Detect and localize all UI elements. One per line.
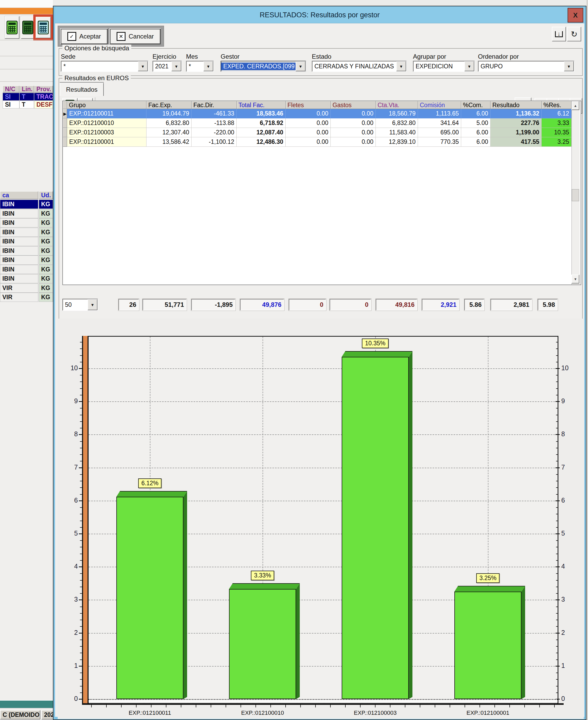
column-header-4[interactable]: Fletes <box>286 101 331 109</box>
grid-cell[interactable]: 1,113.65 <box>418 109 461 119</box>
list-item[interactable]: IBIN <box>0 237 38 246</box>
grid-cell[interactable]: 0.00 <box>286 119 331 128</box>
list-item[interactable]: IBIN <box>0 246 38 255</box>
grid-cell[interactable]: 12,486.30 <box>237 137 286 147</box>
list-item[interactable]: IBIN <box>0 274 38 283</box>
chevron-down-icon[interactable]: ▼ <box>464 61 474 71</box>
grid-cell[interactable]: 18,560.79 <box>376 109 418 119</box>
column-header[interactable]: Prov. <box>34 86 53 92</box>
column-header-1[interactable]: Fac.Exp. <box>146 101 192 109</box>
grid-cell[interactable]: 6.00 <box>461 137 490 147</box>
grid-cell[interactable]: -220.00 <box>192 128 237 137</box>
grid-cell[interactable]: 1,136.32 <box>490 109 542 119</box>
scroll-down-button[interactable]: ▼ <box>571 275 579 283</box>
grid-cell[interactable]: 6.12 <box>542 109 571 119</box>
grid-cell[interactable]: 227.76 <box>490 119 542 128</box>
column-header-10[interactable]: %Res. <box>542 101 571 109</box>
column-header-3[interactable]: Total Fac. <box>237 101 286 109</box>
grid-cell[interactable]: EXP.:012100010 <box>67 119 146 128</box>
list-item[interactable]: IBIN <box>0 200 38 209</box>
row-header[interactable] <box>63 119 67 128</box>
column-header[interactable]: Ud. <box>39 191 53 199</box>
table-cell[interactable]: TRAC <box>34 93 53 101</box>
list-item-unit[interactable]: KG <box>39 218 53 228</box>
grid-cell[interactable]: -461.33 <box>192 109 237 119</box>
column-header-6[interactable]: Cta.Vta. <box>376 101 418 109</box>
chevron-down-icon[interactable]: ▼ <box>203 61 213 71</box>
grid-cell[interactable]: 1,199.00 <box>490 128 542 137</box>
list-item-unit[interactable]: KG <box>39 237 53 246</box>
chevron-down-icon[interactable]: ▼ <box>296 61 306 71</box>
grid-cell[interactable]: EXP.:012100001 <box>67 137 146 147</box>
grid-cell[interactable]: 0.00 <box>286 137 331 147</box>
calculator-button-2[interactable] <box>21 16 35 39</box>
table-cell[interactable]: SI <box>3 93 19 101</box>
grid-cell[interactable]: 6.00 <box>461 128 490 137</box>
column-header-5[interactable]: Gastos <box>331 101 376 109</box>
grid-cell[interactable]: 0.00 <box>286 109 331 119</box>
grid-cell[interactable]: 11,583.40 <box>376 128 418 137</box>
table-cell[interactable]: SI <box>3 101 19 108</box>
close-button[interactable]: X <box>568 8 583 23</box>
grid-cell[interactable]: 0.00 <box>331 109 376 119</box>
table-cell[interactable]: DESF <box>34 101 53 108</box>
list-item-unit[interactable]: KG <box>39 200 53 209</box>
chevron-down-icon[interactable]: ▼ <box>564 61 574 71</box>
chevron-down-icon[interactable]: ▼ <box>171 61 181 71</box>
cancel-button[interactable]: ✕ Cancelar <box>109 28 161 45</box>
column-header[interactable]: Lin. <box>19 86 34 92</box>
list-item[interactable]: IBIN <box>0 255 38 264</box>
combo-sede[interactable]: *▼ <box>61 61 148 72</box>
chevron-down-icon[interactable]: ▼ <box>87 299 98 310</box>
table-cell[interactable]: T <box>19 93 34 101</box>
list-item[interactable]: IBIN <box>0 218 38 228</box>
list-item-unit[interactable]: KG <box>39 274 53 283</box>
grid-cell[interactable]: EXP.:012100003 <box>67 128 146 137</box>
list-item-unit[interactable]: KG <box>39 293 53 302</box>
grid-cell[interactable]: 6,718.92 <box>237 119 286 128</box>
column-header[interactable]: ca <box>0 191 38 199</box>
export-button[interactable]: ↓ <box>552 27 566 41</box>
grid-cell[interactable]: 0.00 <box>331 137 376 147</box>
grid-cell[interactable]: 0.00 <box>331 119 376 128</box>
grid-cell[interactable]: 0.00 <box>286 128 331 137</box>
chevron-down-icon[interactable]: ▼ <box>138 61 148 71</box>
grid-cell[interactable]: 417.55 <box>490 137 542 147</box>
column-header-7[interactable]: Comisión <box>418 101 461 109</box>
combo-estado[interactable]: CERRADAS Y FINALIZADAS▼ <box>312 61 407 72</box>
row-header[interactable] <box>63 128 67 137</box>
scroll-thumb[interactable] <box>572 189 579 201</box>
refresh-button[interactable]: ↻ <box>567 27 581 41</box>
grid-cell[interactable]: 6.00 <box>461 109 490 119</box>
combo-ordenador-por[interactable]: GRUPO▼ <box>478 61 574 72</box>
combo-mes[interactable]: *▼ <box>186 61 214 72</box>
list-item-unit[interactable]: KG <box>39 246 53 255</box>
column-header-8[interactable]: %Com. <box>461 101 490 109</box>
combo-agrupar-por[interactable]: EXPEDICION▼ <box>413 61 475 72</box>
grid-cell[interactable]: 6,832.80 <box>146 119 192 128</box>
list-item[interactable]: VIR <box>0 293 38 302</box>
chevron-down-icon[interactable]: ▼ <box>396 61 406 71</box>
accept-button[interactable]: ✓ Aceptar <box>60 28 108 45</box>
grid-cell[interactable]: 12,839.10 <box>376 137 418 147</box>
grid-cell[interactable]: 19,044.79 <box>146 109 192 119</box>
combo-gestor[interactable]: EXPED. CERRADOS.[099▼ <box>220 61 306 72</box>
list-item-unit[interactable]: KG <box>39 265 53 274</box>
grid-cell[interactable]: 341.64 <box>418 119 461 128</box>
grid-cell[interactable]: 12,087.40 <box>237 128 286 137</box>
list-item-unit[interactable]: KG <box>39 209 53 218</box>
grid-cell[interactable]: 0.00 <box>331 128 376 137</box>
column-header-9[interactable]: Resultado <box>490 101 542 109</box>
grid-cell[interactable]: 10.35 <box>542 128 571 137</box>
column-header-0[interactable]: Grupo <box>67 101 146 109</box>
grid-cell[interactable]: -113.88 <box>192 119 237 128</box>
page-size-combo[interactable]: 50▼ <box>62 299 98 311</box>
table-cell[interactable]: T <box>19 101 34 108</box>
grid-cell[interactable]: 6,832.80 <box>376 119 418 128</box>
grid-cell[interactable]: 3.33 <box>542 119 571 128</box>
list-item[interactable]: IBIN <box>0 265 38 274</box>
list-item[interactable]: IBIN <box>0 209 38 218</box>
row-header[interactable]: ▶ <box>63 109 67 119</box>
tab-resultados[interactable]: Resultados <box>60 83 104 96</box>
grid-cell[interactable]: 770.35 <box>418 137 461 147</box>
